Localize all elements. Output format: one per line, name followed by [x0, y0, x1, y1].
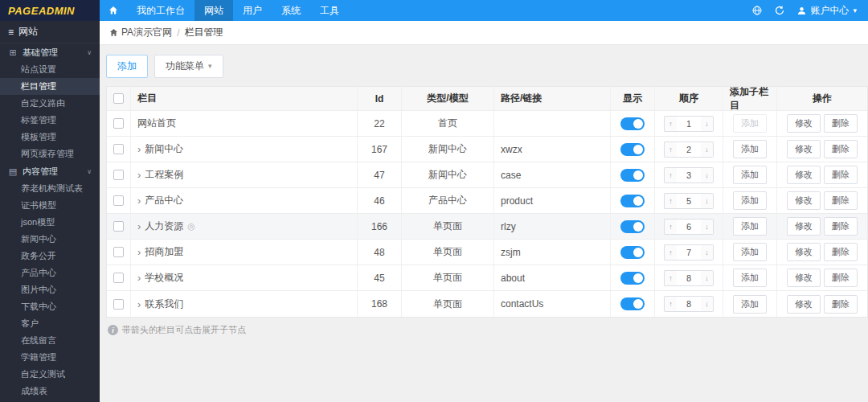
order-up-button[interactable]: ↑ — [664, 270, 677, 286]
sidebar-item[interactable]: 政务公开 — [0, 248, 100, 265]
add-button[interactable]: 添加 — [106, 55, 148, 78]
home-nav-button[interactable] — [100, 0, 127, 21]
expand-caret-icon[interactable]: › — [137, 170, 141, 180]
select-all-checkbox[interactable] — [113, 93, 124, 104]
expand-caret-icon[interactable]: › — [137, 299, 141, 310]
order-value[interactable]: 3 — [677, 167, 701, 183]
sidebar-group-header[interactable]: ⊞基础管理∨ — [0, 43, 100, 61]
sidebar-item[interactable]: json模型 — [0, 214, 100, 231]
order-down-button[interactable]: ↓ — [701, 270, 714, 286]
edit-button[interactable]: 修改 — [787, 243, 821, 261]
column-name-cell[interactable]: 新闻中心 — [145, 142, 183, 156]
sidebar-item[interactable]: 学籍管理 — [0, 349, 100, 366]
delete-button[interactable]: 删除 — [824, 114, 858, 133]
sidebar-item[interactable]: 站点设置 — [0, 61, 100, 78]
order-up-button[interactable]: ↑ — [664, 219, 677, 235]
edit-button[interactable]: 修改 — [787, 191, 821, 210]
delete-button[interactable]: 删除 — [824, 269, 858, 287]
order-down-button[interactable]: ↓ — [701, 296, 714, 312]
show-toggle[interactable] — [620, 297, 645, 310]
top-nav-item[interactable]: 我的工作台 — [127, 0, 194, 21]
column-name-cell[interactable]: 人力资源 — [145, 219, 183, 233]
delete-button[interactable]: 删除 — [824, 243, 858, 261]
row-checkbox[interactable] — [113, 144, 124, 154]
delete-button[interactable]: 删除 — [824, 191, 858, 210]
order-value[interactable]: 2 — [677, 142, 701, 158]
order-up-button[interactable]: ↑ — [664, 142, 677, 158]
order-value[interactable]: 1 — [677, 116, 701, 132]
order-value[interactable]: 8 — [677, 296, 701, 312]
delete-button[interactable]: 删除 — [824, 166, 858, 184]
column-name-cell[interactable]: 网站首页 — [137, 117, 176, 130]
add-child-button[interactable]: 添加 — [733, 243, 767, 261]
sidebar-item[interactable]: 新闻中心 — [0, 231, 100, 248]
language-globe-icon[interactable] — [752, 6, 762, 15]
order-up-button[interactable]: ↑ — [664, 116, 677, 132]
add-child-button[interactable]: 添加 — [733, 217, 767, 236]
order-up-button[interactable]: ↑ — [664, 193, 677, 209]
column-name-cell[interactable]: 产品中心 — [145, 194, 183, 207]
order-up-button[interactable]: ↑ — [664, 167, 677, 183]
row-checkbox[interactable] — [113, 273, 124, 283]
sidebar-item[interactable]: 下载中心 — [0, 298, 100, 315]
row-checkbox[interactable] — [113, 247, 124, 257]
edit-button[interactable]: 修改 — [787, 295, 821, 314]
refresh-icon[interactable] — [775, 6, 784, 15]
column-name-cell[interactable]: 联系我们 — [145, 297, 183, 311]
expand-caret-icon[interactable]: › — [137, 273, 141, 283]
expand-caret-icon[interactable]: › — [137, 195, 141, 206]
top-nav-item[interactable]: 网站 — [194, 0, 233, 21]
sidebar-item[interactable]: 图片中心 — [0, 281, 100, 298]
top-nav-item[interactable]: 工具 — [310, 0, 349, 21]
function-menu-button[interactable]: 功能菜单 ▾ — [154, 55, 223, 78]
column-name-cell[interactable]: 工程案例 — [145, 168, 183, 182]
add-child-button[interactable]: 添加 — [733, 191, 767, 210]
order-down-button[interactable]: ↓ — [701, 219, 714, 235]
add-child-button[interactable]: 添加 — [733, 166, 767, 184]
sidebar-item[interactable]: 标签管理 — [0, 112, 100, 129]
edit-button[interactable]: 修改 — [787, 166, 821, 184]
delete-button[interactable]: 删除 — [824, 295, 858, 314]
sidebar-item[interactable]: 在线留言 — [0, 332, 100, 349]
order-down-button[interactable]: ↓ — [701, 116, 714, 132]
breadcrumb-site[interactable]: PA演示官网 — [121, 26, 172, 39]
column-name-cell[interactable]: 学校概况 — [145, 271, 183, 285]
sidebar-group-header[interactable]: ▤内容管理∨ — [0, 162, 100, 180]
edit-button[interactable]: 修改 — [787, 140, 821, 158]
sidebar-item[interactable]: 证书模型 — [0, 197, 100, 214]
sidebar-item[interactable]: 养老机构测试表 — [0, 180, 100, 197]
sidebar-item[interactable]: 栏目管理 — [0, 78, 100, 95]
edit-button[interactable]: 修改 — [787, 269, 821, 287]
sidebar-item[interactable]: 产品中心 — [0, 265, 100, 281]
show-toggle[interactable] — [620, 143, 645, 156]
sidebar-item[interactable]: 成绩表 — [0, 383, 100, 400]
order-up-button[interactable]: ↑ — [664, 244, 677, 260]
show-toggle[interactable] — [620, 272, 645, 285]
expand-caret-icon[interactable]: › — [137, 247, 141, 257]
add-child-button[interactable]: 添加 — [733, 140, 767, 158]
edit-button[interactable]: 修改 — [787, 114, 821, 133]
top-nav-item[interactable]: 系统 — [272, 0, 310, 21]
show-toggle[interactable] — [620, 246, 645, 259]
order-value[interactable]: 6 — [677, 219, 701, 235]
row-checkbox[interactable] — [113, 299, 124, 310]
add-child-button[interactable]: 添加 — [733, 269, 767, 287]
expand-caret-icon[interactable]: › — [137, 221, 141, 232]
add-child-button[interactable]: 添加 — [733, 295, 767, 314]
column-name-cell[interactable]: 招商加盟 — [145, 245, 183, 259]
order-up-button[interactable]: ↑ — [664, 296, 677, 312]
add-child-button[interactable]: 添加 — [733, 114, 767, 133]
order-value[interactable]: 8 — [677, 270, 701, 286]
expand-caret-icon[interactable]: › — [137, 144, 141, 154]
show-toggle[interactable] — [620, 117, 645, 130]
sidebar-item[interactable]: 网页缓存管理 — [0, 146, 100, 162]
row-checkbox[interactable] — [113, 170, 124, 180]
order-down-button[interactable]: ↓ — [701, 142, 714, 158]
delete-button[interactable]: 删除 — [824, 140, 858, 158]
order-value[interactable]: 7 — [677, 244, 701, 260]
edit-button[interactable]: 修改 — [787, 217, 821, 236]
sidebar-item[interactable]: 模板管理 — [0, 129, 100, 146]
row-checkbox[interactable] — [113, 195, 124, 206]
sidebar-item[interactable]: 客户 — [0, 315, 100, 332]
account-menu[interactable]: 账户中心 ▾ — [797, 4, 857, 18]
